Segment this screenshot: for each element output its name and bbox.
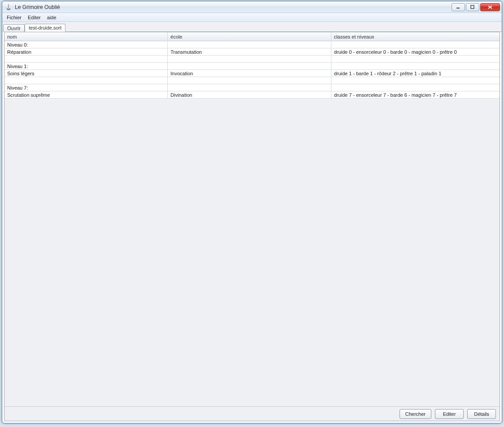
- cell-classes: [331, 41, 500, 48]
- cell-nom: [4, 56, 168, 62]
- cell-classes: druide 1 - barde 1 - rôdeur 2 - prêtre 1…: [331, 70, 500, 77]
- cell-nom: Niveau 7:: [4, 84, 168, 91]
- cell-ecole: Invocation: [168, 70, 331, 77]
- app-window: Le Grimoire Oublié Fichier Editer aide O…: [2, 1, 502, 423]
- minimize-icon: [456, 5, 461, 9]
- table-header: nom école classes et niveaux: [4, 32, 500, 41]
- table-row[interactable]: Scrutation suprêmeDivinationdruide 7 - e…: [4, 91, 500, 99]
- menu-fichier[interactable]: Fichier: [4, 14, 24, 21]
- close-button[interactable]: [480, 3, 500, 11]
- cell-nom: [4, 77, 168, 84]
- cell-ecole: [168, 56, 331, 62]
- content-panel: nom école classes et niveaux Niveau 0:Ré…: [4, 32, 500, 421]
- cell-ecole: [168, 77, 331, 84]
- table-row[interactable]: [4, 56, 500, 63]
- table-row[interactable]: [4, 77, 500, 84]
- column-header-classes[interactable]: classes et niveaux: [331, 32, 500, 41]
- table-body[interactable]: Niveau 0:RéparationTransmutationdruide 0…: [4, 41, 500, 406]
- footer-bar: Chercher Editer Détails: [4, 406, 500, 421]
- cell-classes: [331, 77, 500, 84]
- cell-ecole: Divination: [168, 91, 331, 98]
- menu-aide[interactable]: aide: [44, 14, 59, 21]
- minimize-button[interactable]: [452, 3, 465, 11]
- cell-classes: [331, 56, 500, 62]
- menu-editer[interactable]: Editer: [25, 14, 43, 21]
- table-row[interactable]: Niveau 1:: [4, 63, 500, 70]
- cell-nom: Niveau 1:: [4, 63, 168, 69]
- column-header-ecole[interactable]: école: [168, 32, 331, 41]
- editer-button[interactable]: Editer: [435, 409, 464, 419]
- svg-rect-1: [471, 5, 474, 9]
- menubar: Fichier Editer aide: [2, 13, 502, 22]
- table-row[interactable]: Niveau 7:: [4, 84, 500, 91]
- cell-ecole: [168, 63, 331, 69]
- close-icon: [487, 5, 493, 9]
- maximize-icon: [470, 5, 475, 9]
- cell-ecole: [168, 41, 331, 48]
- tab-ouvrir[interactable]: Ouvrir: [3, 24, 25, 32]
- cell-classes: [331, 63, 500, 69]
- cell-ecole: Transmutation: [168, 48, 331, 55]
- table-row[interactable]: Niveau 0:: [4, 41, 500, 48]
- details-button[interactable]: Détails: [467, 409, 496, 419]
- cell-classes: [331, 84, 500, 91]
- table-row[interactable]: Soins légersInvocationdruide 1 - barde 1…: [4, 70, 500, 77]
- cell-nom: Soins légers: [4, 70, 168, 77]
- cell-nom: Réparation: [4, 48, 168, 55]
- table-row[interactable]: RéparationTransmutationdruide 0 - ensorc…: [4, 48, 500, 56]
- java-app-icon: [5, 4, 12, 11]
- window-title: Le Grimoire Oublié: [15, 4, 451, 10]
- column-header-nom[interactable]: nom: [4, 32, 168, 41]
- cell-classes: druide 7 - ensorceleur 7 - barde 6 - mag…: [331, 91, 500, 98]
- tab-file[interactable]: test-druide.sort: [25, 24, 65, 32]
- window-controls: [451, 3, 500, 11]
- cell-classes: druide 0 - ensorceleur 0 - barde 0 - mag…: [331, 48, 500, 55]
- cell-nom: Scrutation suprême: [4, 91, 168, 98]
- maximize-button[interactable]: [466, 3, 479, 11]
- titlebar[interactable]: Le Grimoire Oublié: [2, 1, 502, 13]
- cell-ecole: [168, 84, 331, 91]
- chercher-button[interactable]: Chercher: [400, 409, 431, 419]
- cell-nom: Niveau 0:: [4, 41, 168, 48]
- tabbar: Ouvrir test-druide.sort: [2, 22, 502, 32]
